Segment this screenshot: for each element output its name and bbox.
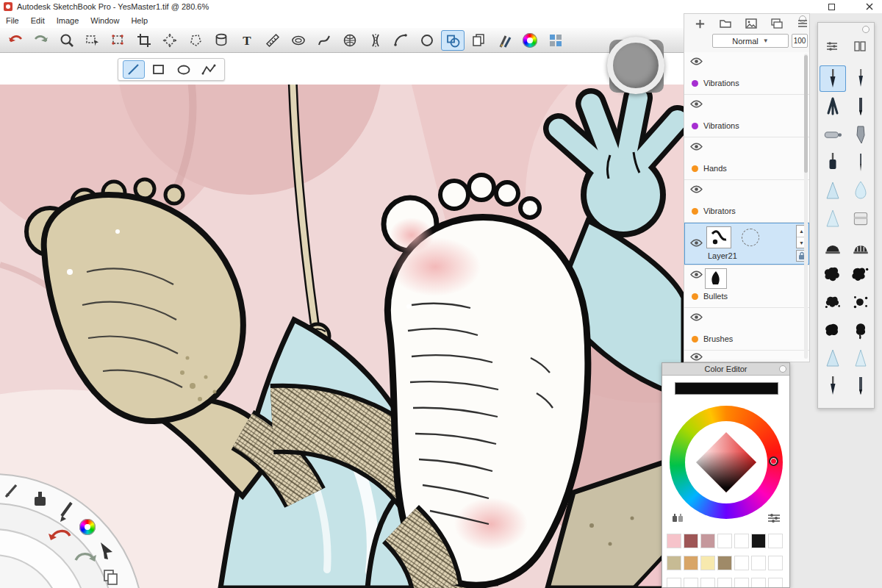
brush-preset-glow-airbrush[interactable] <box>820 345 846 371</box>
layer-visibility-toggle[interactable] <box>690 57 703 66</box>
brush-preset-heavy-splatter[interactable] <box>847 261 874 287</box>
brush-preset-blob-splat[interactable] <box>820 317 846 343</box>
polygon-selection-button[interactable] <box>184 30 207 51</box>
selection-thumbnail[interactable] <box>739 227 762 248</box>
undo-button[interactable] <box>4 30 27 51</box>
color-swatch[interactable] <box>734 534 749 548</box>
layer-visibility-toggle[interactable] <box>690 100 703 109</box>
color-swatch[interactable] <box>684 578 698 588</box>
color-swatch[interactable] <box>751 556 766 570</box>
text-tool-button[interactable]: T <box>235 30 259 51</box>
brush-preset-spray-dots[interactable] <box>847 289 874 315</box>
color-swatch[interactable] <box>768 534 783 548</box>
color-swatch[interactable] <box>700 578 715 588</box>
zoom-button[interactable] <box>55 30 79 51</box>
layer-row-selected[interactable]: ▲▼ Layer21 <box>684 223 809 265</box>
brush-preset-pencil[interactable] <box>847 93 874 120</box>
fill-button[interactable] <box>209 30 233 51</box>
menu-help[interactable]: Help <box>125 15 154 26</box>
rectangle-tool-button[interactable] <box>148 60 170 79</box>
color-swatch[interactable] <box>667 556 681 570</box>
color-editor-header[interactable]: Color Editor <box>662 363 789 376</box>
color-swatch[interactable] <box>717 556 732 570</box>
polyline-tool-button[interactable] <box>198 60 220 79</box>
menu-window[interactable]: Window <box>85 15 125 26</box>
circle-tool-button[interactable] <box>415 30 439 51</box>
layer-visibility-toggle[interactable] <box>690 185 703 194</box>
layer-row[interactable]: Vibrations <box>684 95 809 137</box>
menu-file[interactable]: File <box>0 15 25 26</box>
brush-layout-button[interactable] <box>851 39 869 54</box>
color-wheel-button[interactable] <box>518 30 542 51</box>
brush-preset-drip-splat[interactable] <box>847 317 874 343</box>
layer-row[interactable]: Vibrations <box>684 52 809 95</box>
brush-preset-eraser[interactable] <box>847 205 874 232</box>
close-button[interactable] <box>860 1 879 12</box>
color-swatch[interactable] <box>768 578 783 588</box>
ellipse-guide-button[interactable] <box>287 30 310 51</box>
layer-thumbnail[interactable] <box>705 268 727 289</box>
color-swatch[interactable] <box>751 578 766 588</box>
deselect-button[interactable] <box>107 30 130 51</box>
ellipse-tool-button[interactable] <box>173 60 195 79</box>
layer-row[interactable]: Vibrators <box>684 180 809 223</box>
color-swatch[interactable] <box>700 534 715 548</box>
scrollbar-thumb[interactable] <box>804 55 808 173</box>
color-wheel-icon[interactable] <box>79 519 96 535</box>
layer-row[interactable]: Brushes <box>684 308 809 351</box>
arc-tool-button[interactable] <box>390 30 413 51</box>
current-color-bar[interactable] <box>675 382 778 395</box>
color-swatch[interactable] <box>684 556 698 570</box>
brush-preset-paint-brush[interactable] <box>820 65 846 92</box>
crop-button[interactable] <box>132 30 156 51</box>
layer-visibility-toggle[interactable] <box>690 270 703 279</box>
color-swatch[interactable] <box>667 534 681 548</box>
brush-preset-round-brush[interactable] <box>847 65 874 92</box>
color-swatch[interactable] <box>684 534 698 548</box>
layer-thumbnail[interactable] <box>706 226 731 248</box>
brush-preset-fine-liner[interactable] <box>847 149 874 176</box>
brush-preset-dome-brush[interactable] <box>820 233 846 259</box>
brush-preset-airbrush[interactable] <box>820 121 846 148</box>
brush-preset-splatter[interactable] <box>820 261 846 287</box>
french-curve-button[interactable] <box>312 30 336 51</box>
brush-preset-tapered-airbrush[interactable] <box>847 345 874 371</box>
layer-visibility-toggle[interactable] <box>690 313 703 322</box>
add-layer-button[interactable] <box>692 16 708 31</box>
brush-preset-smooth-airbrush[interactable] <box>820 205 846 232</box>
import-image-button[interactable] <box>743 16 759 31</box>
restore-button[interactable] <box>822 1 841 12</box>
layer-stack-button[interactable] <box>769 16 785 31</box>
selection-button[interactable] <box>81 30 104 51</box>
shapes-tool-button[interactable] <box>441 30 465 51</box>
brush-settings-button[interactable] <box>823 39 841 54</box>
marker-pens-button[interactable] <box>671 512 684 526</box>
brush-preset-texture-dome[interactable] <box>847 233 874 259</box>
color-swatch[interactable] <box>768 556 783 570</box>
blend-mode-select[interactable]: Normal ▼ <box>712 34 789 48</box>
brush-preset-detail-brush[interactable] <box>820 373 846 399</box>
color-swatch[interactable] <box>751 534 766 548</box>
layer-opacity-field[interactable]: 100 <box>792 34 808 48</box>
brush-preset-flat-brush[interactable] <box>820 149 846 176</box>
transform-button[interactable] <box>158 30 182 51</box>
color-swatch[interactable] <box>717 534 732 548</box>
brush-preset-soft-airbrush[interactable] <box>820 177 846 204</box>
brush-library-button[interactable] <box>544 30 567 51</box>
hue-wheel[interactable] <box>670 406 783 519</box>
color-swatch[interactable] <box>667 578 681 588</box>
collapse-panel-button[interactable] <box>779 365 786 373</box>
color-sliders-button[interactable] <box>767 513 781 526</box>
brush-preset-water-drop[interactable] <box>847 177 874 204</box>
color-swatch[interactable] <box>717 578 732 588</box>
layer-visibility-toggle[interactable] <box>690 239 703 248</box>
layer-row[interactable]: Hands <box>684 137 809 180</box>
ruler-button[interactable] <box>261 30 284 51</box>
layer-visibility-toggle[interactable] <box>690 143 703 151</box>
layers-scrollbar[interactable] <box>804 54 808 359</box>
copy-merged-button[interactable] <box>467 30 490 51</box>
menu-image[interactable]: Image <box>51 15 85 26</box>
layer-row[interactable]: Bullets <box>684 265 809 308</box>
brush-preset-hard-pencil[interactable] <box>847 373 874 399</box>
brush-puck[interactable] <box>607 37 664 94</box>
